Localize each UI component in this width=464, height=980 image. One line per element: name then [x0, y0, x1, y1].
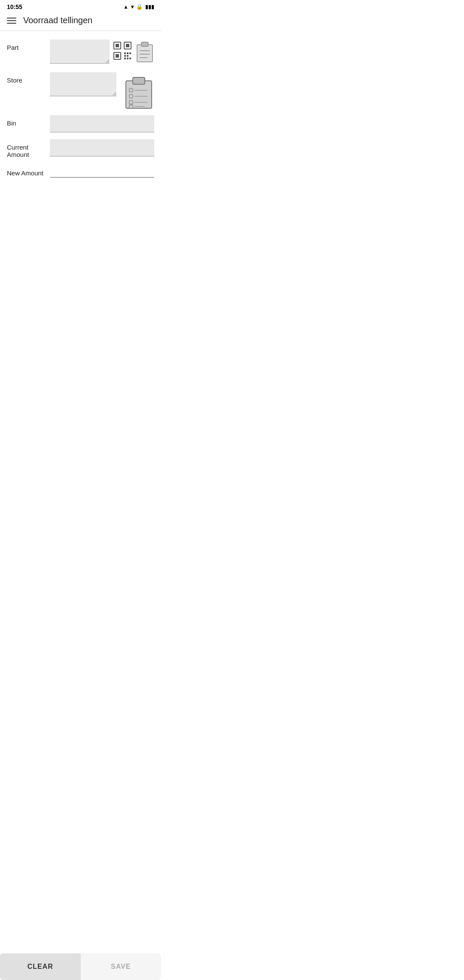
- battery-icon: ▮▮▮: [145, 4, 154, 10]
- svg-rect-14: [137, 45, 153, 62]
- form: Part: [0, 31, 161, 193]
- new-amount-input[interactable]: [50, 165, 154, 178]
- status-time: 10:55: [7, 3, 22, 10]
- bin-input[interactable]: [50, 115, 154, 132]
- svg-rect-1: [116, 44, 119, 47]
- svg-rect-12: [124, 58, 126, 59]
- current-amount-row: Current Amount: [7, 139, 154, 158]
- page-title: Voorraad tellingen: [23, 15, 92, 25]
- svg-rect-7: [127, 52, 128, 54]
- part-label: Part: [7, 40, 50, 51]
- svg-rect-6: [124, 52, 126, 54]
- wifi-icon: ▾: [131, 4, 134, 10]
- current-amount-label: Current Amount: [7, 139, 50, 158]
- store-label: Store: [7, 72, 50, 84]
- new-amount-label: New Amount: [7, 165, 50, 177]
- svg-rect-10: [127, 55, 128, 57]
- clipboard-small-icon[interactable]: [135, 41, 154, 63]
- new-amount-row: New Amount: [7, 165, 154, 178]
- menu-icon[interactable]: [7, 18, 16, 24]
- svg-rect-3: [126, 44, 129, 47]
- qr-scan-icon[interactable]: [113, 41, 132, 60]
- svg-rect-5: [116, 54, 119, 58]
- svg-rect-15: [141, 42, 148, 46]
- store-row: Store: [7, 72, 154, 108]
- svg-rect-9: [124, 55, 126, 57]
- app-bar: Voorraad tellingen: [0, 12, 161, 31]
- svg-rect-8: [129, 52, 131, 54]
- status-icons: ▲ ▾ 🔒 ▮▮▮: [123, 4, 154, 10]
- part-input[interactable]: [50, 40, 110, 64]
- status-bar: 10:55 ▲ ▾ 🔒 ▮▮▮: [0, 0, 161, 12]
- svg-rect-11: [129, 58, 131, 59]
- current-amount-input[interactable]: [50, 139, 154, 156]
- bin-label: Bin: [7, 115, 50, 127]
- bin-row: Bin: [7, 115, 154, 132]
- store-input[interactable]: [50, 72, 116, 96]
- svg-rect-20: [133, 77, 145, 84]
- svg-rect-13: [127, 58, 128, 59]
- part-row: Part: [7, 40, 154, 65]
- clipboard-large-icon[interactable]: [123, 74, 154, 108]
- lock-icon: 🔒: [136, 4, 143, 10]
- signal-icon: ▲: [123, 4, 128, 10]
